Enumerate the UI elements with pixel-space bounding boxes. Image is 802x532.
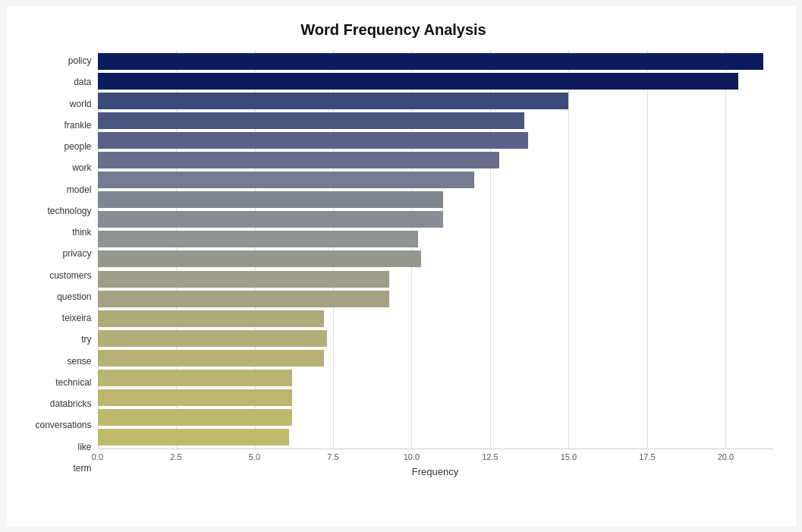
bar (98, 231, 418, 247)
y-label: data (74, 77, 91, 87)
bar-row (98, 329, 773, 348)
y-label: like (77, 442, 91, 452)
bar-row (98, 388, 773, 408)
x-tick: 12.5 (482, 452, 498, 461)
y-label: privacy (62, 249, 91, 258)
y-label: try (81, 335, 91, 344)
x-tick: 10.0 (404, 452, 420, 461)
bar-row (98, 289, 773, 309)
bar (98, 271, 390, 288)
bars-area (98, 50, 773, 449)
chart-area: policydataworldfranklepeopleworkmodeltec… (14, 50, 773, 479)
bar-row (98, 150, 773, 170)
bar-row (98, 309, 773, 329)
bar-row (98, 427, 773, 447)
y-label: customers (49, 271, 91, 280)
bar (98, 211, 443, 228)
y-label: databricks (50, 399, 92, 408)
x-tick: 2.5 (170, 452, 181, 461)
bar (98, 53, 764, 70)
y-label: technical (55, 378, 91, 387)
y-label: teixeira (62, 313, 92, 323)
bar (98, 350, 324, 367)
bar (98, 370, 293, 386)
bar (98, 112, 525, 129)
bar (98, 250, 421, 267)
bar-row (98, 111, 773, 131)
y-label: world (70, 99, 92, 109)
bar-row (98, 170, 773, 190)
bar (98, 310, 324, 327)
bar-row (98, 52, 773, 71)
bar-row (98, 368, 773, 388)
bar (98, 409, 293, 426)
y-label: term (74, 464, 92, 473)
bar (98, 191, 443, 208)
bar-row (98, 71, 773, 91)
bar (98, 291, 390, 307)
y-label: sense (67, 357, 91, 366)
y-label: think (72, 228, 91, 237)
y-label: conversations (35, 420, 91, 430)
bar (98, 429, 290, 445)
y-label: technology (47, 206, 91, 216)
bar (98, 172, 475, 188)
bar-row (98, 209, 773, 229)
chart-container: Word Frequency Analysis policydataworldf… (7, 6, 796, 526)
bar-row (98, 348, 773, 368)
y-label: model (67, 185, 92, 194)
y-label: frankle (64, 121, 91, 130)
y-label: policy (68, 56, 92, 65)
bar-row (98, 91, 773, 111)
bar (98, 93, 569, 109)
x-tick: 5.0 (249, 452, 260, 461)
x-axis-label: Frequency (98, 466, 773, 477)
bars-and-xaxis: Frequency 0.02.55.07.510.012.515.017.520… (98, 50, 773, 479)
y-label: people (64, 142, 91, 151)
bar-row (98, 131, 773, 150)
x-tick: 15.0 (561, 452, 577, 461)
chart-title: Word Frequency Analysis (14, 21, 773, 39)
x-tick: 17.5 (639, 452, 655, 461)
bar (98, 132, 528, 149)
bars-wrapper (98, 50, 773, 449)
y-label: work (72, 163, 91, 172)
bar-row (98, 190, 773, 209)
y-axis-labels: policydataworldfranklepeopleworkmodeltec… (14, 50, 98, 479)
bar (98, 73, 738, 90)
bar-row (98, 229, 773, 249)
bar (98, 330, 327, 347)
bar-row (98, 249, 773, 269)
x-tick: 0.0 (92, 452, 103, 461)
y-label: question (57, 292, 91, 301)
bar (98, 152, 500, 168)
bar-row (98, 269, 773, 289)
x-tick: 20.0 (718, 452, 734, 461)
x-axis: Frequency 0.02.55.07.510.012.515.017.520… (98, 449, 773, 479)
bar (98, 389, 293, 406)
bar-row (98, 408, 773, 427)
x-tick: 7.5 (327, 452, 338, 461)
